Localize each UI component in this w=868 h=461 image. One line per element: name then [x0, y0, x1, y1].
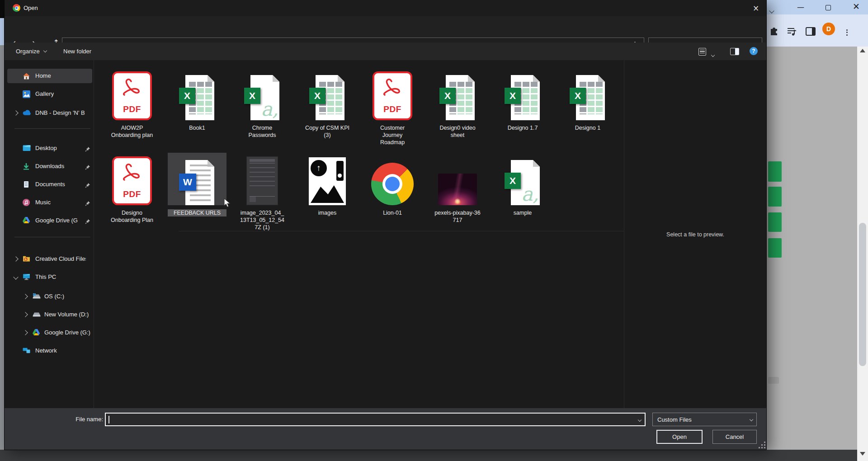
scroll-down-icon[interactable]	[860, 452, 865, 456]
collapse-chevron-icon[interactable]	[13, 274, 18, 279]
organize-button[interactable]: Organize	[16, 48, 47, 55]
sidebar-item-google-drive-pinned[interactable]: Google Drive (G	[5, 213, 94, 228]
sidebar-item-documents[interactable]: Documents	[5, 177, 94, 192]
file-type-select[interactable]: Custom Files	[652, 413, 757, 426]
drive-icon	[33, 311, 40, 319]
dialog-navbar: ← → ↑ › Desktop	[5, 16, 766, 42]
preview-divider	[624, 60, 624, 408]
google-drive-icon	[33, 329, 40, 337]
os-drive-icon	[33, 293, 40, 301]
cancel-button[interactable]: Cancel	[712, 430, 757, 444]
file-item-photo[interactable]: pexels-pixabay-36717	[428, 153, 487, 224]
pin-icon	[85, 164, 90, 172]
sidebar-divider	[94, 60, 94, 408]
file-item-docx-selected[interactable]: W FEEDBACK URLS	[168, 153, 226, 216]
pdf-icon: PDF	[112, 71, 152, 120]
help-icon[interactable]: ?	[750, 47, 758, 55]
pin-icon	[85, 218, 90, 226]
music-icon	[23, 199, 30, 207]
sidebar-item-onedrive[interactable]: DNB - Design 'N' B	[5, 106, 94, 120]
change-view-icon[interactable]	[698, 48, 706, 56]
preview-pane-icon[interactable]	[730, 48, 739, 55]
extensions-puzzle-icon[interactable]	[769, 26, 779, 38]
file-item-pdf[interactable]: PDF Designo Onboarding Plan	[103, 153, 161, 224]
excel-icon: X	[309, 75, 345, 120]
file-name-label: File name:	[58, 416, 103, 423]
side-panel-icon[interactable]	[806, 27, 816, 36]
google-drive-icon	[23, 217, 30, 225]
text-caret	[108, 416, 109, 423]
sidebar-separator	[14, 128, 90, 129]
window-edge	[0, 45, 5, 450]
pdf-icon: PDF	[112, 156, 152, 205]
sidebar-item-downloads[interactable]: Downloads	[5, 159, 94, 174]
sidebar-item-google-drive-g[interactable]: Google Drive (G:)	[5, 325, 94, 340]
dialog-close-icon[interactable]: ×	[750, 3, 762, 13]
expand-chevron-icon[interactable]	[13, 256, 18, 261]
sidebar-item-os-c[interactable]: OS (C:)	[5, 289, 94, 304]
browser-close-icon[interactable]: ✕	[853, 3, 860, 10]
view-options-chevron-icon[interactable]	[712, 50, 714, 58]
sidebar-item-network[interactable]: Network	[5, 343, 94, 358]
playlist-icon[interactable]	[787, 27, 797, 38]
page-bottom-strip	[0, 450, 857, 461]
file-item-screenshot[interactable]: image_2023_04_13T13_05_12_547Z (1)	[233, 153, 292, 231]
file-name-input[interactable]	[108, 414, 634, 426]
expand-chevron-icon[interactable]	[23, 294, 28, 299]
sidebar-item-home[interactable]: Home	[7, 69, 92, 83]
scrollbar-thumb[interactable]	[859, 223, 866, 366]
dialog-titlebar[interactable]: Open ×	[5, 0, 766, 16]
pdf-icon: PDF	[373, 71, 412, 120]
screen: — ✕ D Open × ← → ↑	[0, 0, 868, 461]
browser-menu-icon[interactable]	[846, 28, 848, 37]
file-item-chrome[interactable]: Lion-01	[363, 153, 422, 216]
sidebar-item-creative-cloud[interactable]: Creative Cloud Files	[5, 252, 94, 266]
photo-thumbnail	[438, 174, 477, 205]
file-item-image[interactable]: ↑ images	[298, 153, 357, 216]
sidebar-item-gallery[interactable]: Gallery	[5, 87, 94, 101]
sheet-cell-green	[768, 212, 782, 232]
documents-icon	[23, 181, 30, 188]
file-name-dropdown-chevron-icon[interactable]	[638, 418, 642, 422]
dialog-title: Open	[24, 5, 38, 11]
window-edge	[0, 0, 5, 18]
file-name-field[interactable]	[105, 413, 646, 426]
excel-csv-icon: a, X	[244, 75, 280, 120]
expand-chevron-icon[interactable]	[23, 312, 28, 317]
file-item-xlsx[interactable]: X Book1	[168, 68, 226, 132]
file-item-xlsx[interactable]: X Design0 video sheet	[428, 68, 487, 139]
tab-search-chevron-icon[interactable]	[770, 6, 774, 14]
file-item-xlsx[interactable]: X Designo 1.7	[493, 68, 552, 132]
file-item-pdf[interactable]: PDF AIOW2P Onboarding plan	[103, 68, 161, 139]
preview-placeholder: Select a file to preview.	[628, 231, 762, 238]
expand-chevron-icon[interactable]	[23, 330, 28, 335]
file-item-xlsx[interactable]: X Copy of CSM KPI (3)	[298, 68, 357, 139]
sidebar-item-new-volume-d[interactable]: New Volume (D:)	[5, 307, 94, 322]
sheet-cell-green	[768, 238, 782, 258]
file-item-xlsx[interactable]: X Designo 1	[558, 68, 617, 132]
sidebar-item-music[interactable]: Music	[5, 195, 94, 210]
sidebar-item-this-pc[interactable]: This PC	[5, 270, 94, 284]
dialog-footer: File name: Custom Files Open Cancel	[5, 408, 766, 450]
home-icon	[23, 72, 30, 80]
expand-chevron-icon[interactable]	[13, 110, 18, 115]
pin-icon	[85, 182, 90, 190]
file-item-csv[interactable]: a, X sample	[493, 153, 552, 216]
file-item-pdf[interactable]: PDF Customer Journey Roadmap	[363, 68, 422, 146]
downloads-icon	[23, 163, 30, 170]
browser-toolbar	[766, 14, 868, 47]
file-type-chevron-icon	[750, 418, 753, 421]
resize-grip[interactable]	[759, 442, 766, 449]
sidebar-item-desktop[interactable]: Desktop	[5, 141, 94, 155]
minimize-icon[interactable]: —	[797, 4, 804, 11]
profile-avatar[interactable]: D	[822, 23, 835, 35]
excel-icon: X	[505, 75, 541, 120]
chrome-logo-icon	[13, 4, 20, 12]
scroll-up-icon[interactable]	[860, 49, 865, 52]
restore-icon[interactable]	[826, 5, 831, 10]
new-folder-button[interactable]: New folder	[63, 48, 91, 55]
creative-cloud-folder-icon	[23, 255, 30, 263]
this-pc-icon	[23, 273, 30, 281]
file-item-csv[interactable]: a, X Chrome Passwords	[233, 68, 292, 139]
open-button[interactable]: Open	[656, 430, 703, 444]
